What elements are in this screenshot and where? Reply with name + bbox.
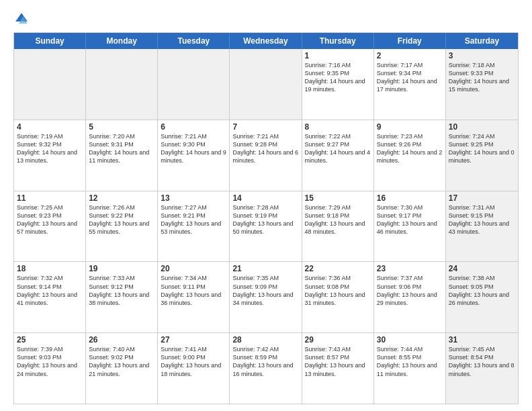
- calendar-cell: 29Sunrise: 7:43 AM Sunset: 8:57 PM Dayli…: [302, 333, 374, 404]
- header-cell-monday: Monday: [86, 33, 158, 49]
- header-cell-wednesday: Wednesday: [230, 33, 302, 49]
- cell-info: Sunrise: 7:24 AM Sunset: 9:25 PM Dayligh…: [449, 132, 515, 165]
- calendar-cell: 10Sunrise: 7:24 AM Sunset: 9:25 PM Dayli…: [446, 120, 518, 191]
- calendar-row: 18Sunrise: 7:32 AM Sunset: 9:14 PM Dayli…: [14, 261, 518, 332]
- calendar: SundayMondayTuesdayWednesdayThursdayFrid…: [13, 32, 519, 404]
- calendar-cell: [86, 49, 158, 120]
- calendar-page: SundayMondayTuesdayWednesdayThursdayFrid…: [0, 0, 532, 411]
- day-number: 6: [161, 122, 226, 132]
- cell-info: Sunrise: 7:36 AM Sunset: 9:08 PM Dayligh…: [305, 274, 371, 307]
- day-number: 3: [449, 51, 515, 60]
- cell-info: Sunrise: 7:21 AM Sunset: 9:28 PM Dayligh…: [232, 132, 298, 165]
- cell-info: Sunrise: 7:17 AM Sunset: 9:34 PM Dayligh…: [377, 61, 443, 94]
- calendar-cell: 19Sunrise: 7:33 AM Sunset: 9:12 PM Dayli…: [86, 262, 158, 332]
- cell-info: Sunrise: 7:35 AM Sunset: 9:09 PM Dayligh…: [232, 274, 298, 307]
- day-number: 27: [161, 335, 226, 345]
- cell-info: Sunrise: 7:32 AM Sunset: 9:14 PM Dayligh…: [17, 274, 83, 307]
- day-number: 25: [17, 335, 83, 345]
- day-number: 14: [232, 193, 298, 203]
- calendar-cell: 4Sunrise: 7:19 AM Sunset: 9:32 PM Daylig…: [14, 120, 86, 191]
- cell-info: Sunrise: 7:45 AM Sunset: 8:54 PM Dayligh…: [449, 345, 515, 378]
- cell-info: Sunrise: 7:25 AM Sunset: 9:23 PM Dayligh…: [17, 203, 83, 236]
- calendar-cell: 23Sunrise: 7:37 AM Sunset: 9:06 PM Dayli…: [374, 262, 446, 332]
- calendar-cell: 17Sunrise: 7:31 AM Sunset: 9:15 PM Dayli…: [446, 191, 518, 262]
- day-number: 12: [89, 193, 154, 203]
- day-number: 24: [449, 264, 515, 273]
- calendar-cell: 14Sunrise: 7:28 AM Sunset: 9:19 PM Dayli…: [230, 191, 302, 262]
- calendar-cell: 1Sunrise: 7:16 AM Sunset: 9:35 PM Daylig…: [302, 49, 374, 120]
- calendar-cell: 20Sunrise: 7:34 AM Sunset: 9:11 PM Dayli…: [158, 262, 230, 332]
- calendar-cell: 13Sunrise: 7:27 AM Sunset: 9:21 PM Dayli…: [158, 191, 230, 262]
- day-number: 23: [377, 264, 443, 273]
- day-number: 31: [449, 335, 515, 345]
- calendar-cell: 8Sunrise: 7:22 AM Sunset: 9:27 PM Daylig…: [302, 120, 374, 191]
- cell-info: Sunrise: 7:41 AM Sunset: 9:00 PM Dayligh…: [161, 345, 226, 378]
- calendar-row: 4Sunrise: 7:19 AM Sunset: 9:32 PM Daylig…: [14, 120, 518, 191]
- day-number: 9: [377, 122, 443, 132]
- calendar-cell: 27Sunrise: 7:41 AM Sunset: 9:00 PM Dayli…: [158, 333, 230, 404]
- calendar-cell: 9Sunrise: 7:23 AM Sunset: 9:26 PM Daylig…: [374, 120, 446, 191]
- day-number: 26: [89, 335, 154, 345]
- cell-info: Sunrise: 7:23 AM Sunset: 9:26 PM Dayligh…: [377, 132, 443, 165]
- cell-info: Sunrise: 7:26 AM Sunset: 9:22 PM Dayligh…: [89, 203, 154, 236]
- cell-info: Sunrise: 7:28 AM Sunset: 9:19 PM Dayligh…: [232, 203, 298, 236]
- day-number: 21: [232, 264, 298, 273]
- calendar-header: SundayMondayTuesdayWednesdayThursdayFrid…: [14, 33, 518, 49]
- day-number: 10: [449, 122, 515, 132]
- calendar-cell: 5Sunrise: 7:20 AM Sunset: 9:31 PM Daylig…: [86, 120, 158, 191]
- header-cell-tuesday: Tuesday: [158, 33, 230, 49]
- calendar-cell: 26Sunrise: 7:40 AM Sunset: 9:02 PM Dayli…: [86, 333, 158, 404]
- calendar-cell: 16Sunrise: 7:30 AM Sunset: 9:17 PM Dayli…: [374, 191, 446, 262]
- logo: [13, 11, 32, 27]
- cell-info: Sunrise: 7:29 AM Sunset: 9:18 PM Dayligh…: [305, 203, 371, 236]
- cell-info: Sunrise: 7:30 AM Sunset: 9:17 PM Dayligh…: [377, 203, 443, 236]
- cell-info: Sunrise: 7:39 AM Sunset: 9:03 PM Dayligh…: [17, 345, 83, 378]
- day-number: 20: [161, 264, 226, 273]
- day-number: 15: [305, 193, 371, 203]
- day-number: 7: [232, 122, 298, 132]
- header-cell-sunday: Sunday: [14, 33, 86, 49]
- cell-info: Sunrise: 7:34 AM Sunset: 9:11 PM Dayligh…: [161, 274, 226, 307]
- cell-info: Sunrise: 7:31 AM Sunset: 9:15 PM Dayligh…: [449, 203, 515, 236]
- calendar-cell: 31Sunrise: 7:45 AM Sunset: 8:54 PM Dayli…: [446, 333, 518, 404]
- calendar-cell: 7Sunrise: 7:21 AM Sunset: 9:28 PM Daylig…: [230, 120, 302, 191]
- calendar-cell: [158, 49, 230, 120]
- calendar-cell: [14, 49, 86, 120]
- calendar-row: 11Sunrise: 7:25 AM Sunset: 9:23 PM Dayli…: [14, 191, 518, 262]
- header: [13, 11, 519, 27]
- calendar-cell: 11Sunrise: 7:25 AM Sunset: 9:23 PM Dayli…: [14, 191, 86, 262]
- cell-info: Sunrise: 7:21 AM Sunset: 9:30 PM Dayligh…: [161, 132, 226, 165]
- calendar-cell: 22Sunrise: 7:36 AM Sunset: 9:08 PM Dayli…: [302, 262, 374, 332]
- calendar-row: 25Sunrise: 7:39 AM Sunset: 9:03 PM Dayli…: [14, 332, 518, 404]
- calendar-body: 1Sunrise: 7:16 AM Sunset: 9:35 PM Daylig…: [14, 49, 518, 404]
- cell-info: Sunrise: 7:42 AM Sunset: 8:59 PM Dayligh…: [232, 345, 298, 378]
- calendar-cell: 2Sunrise: 7:17 AM Sunset: 9:34 PM Daylig…: [374, 49, 446, 120]
- calendar-cell: 3Sunrise: 7:18 AM Sunset: 9:33 PM Daylig…: [446, 49, 518, 120]
- calendar-cell: [230, 49, 302, 120]
- calendar-cell: 21Sunrise: 7:35 AM Sunset: 9:09 PM Dayli…: [230, 262, 302, 332]
- cell-info: Sunrise: 7:18 AM Sunset: 9:33 PM Dayligh…: [449, 61, 515, 94]
- cell-info: Sunrise: 7:33 AM Sunset: 9:12 PM Dayligh…: [89, 274, 154, 307]
- calendar-cell: 25Sunrise: 7:39 AM Sunset: 9:03 PM Dayli…: [14, 333, 86, 404]
- calendar-cell: 15Sunrise: 7:29 AM Sunset: 9:18 PM Dayli…: [302, 191, 374, 262]
- day-number: 11: [17, 193, 83, 203]
- day-number: 18: [17, 264, 83, 273]
- cell-info: Sunrise: 7:20 AM Sunset: 9:31 PM Dayligh…: [89, 132, 154, 165]
- day-number: 22: [305, 264, 371, 273]
- cell-info: Sunrise: 7:19 AM Sunset: 9:32 PM Dayligh…: [17, 132, 83, 165]
- cell-info: Sunrise: 7:16 AM Sunset: 9:35 PM Dayligh…: [305, 61, 371, 94]
- header-cell-friday: Friday: [374, 33, 446, 49]
- cell-info: Sunrise: 7:38 AM Sunset: 9:05 PM Dayligh…: [449, 274, 515, 307]
- day-number: 1: [305, 51, 371, 60]
- cell-info: Sunrise: 7:37 AM Sunset: 9:06 PM Dayligh…: [377, 274, 443, 307]
- calendar-row: 1Sunrise: 7:16 AM Sunset: 9:35 PM Daylig…: [14, 49, 518, 120]
- logo-icon: [13, 11, 30, 27]
- day-number: 4: [17, 122, 83, 132]
- header-cell-thursday: Thursday: [302, 33, 374, 49]
- day-number: 30: [377, 335, 443, 345]
- day-number: 28: [232, 335, 298, 345]
- cell-info: Sunrise: 7:27 AM Sunset: 9:21 PM Dayligh…: [161, 203, 226, 236]
- calendar-cell: 12Sunrise: 7:26 AM Sunset: 9:22 PM Dayli…: [86, 191, 158, 262]
- header-cell-saturday: Saturday: [446, 33, 518, 49]
- calendar-cell: 30Sunrise: 7:44 AM Sunset: 8:55 PM Dayli…: [374, 333, 446, 404]
